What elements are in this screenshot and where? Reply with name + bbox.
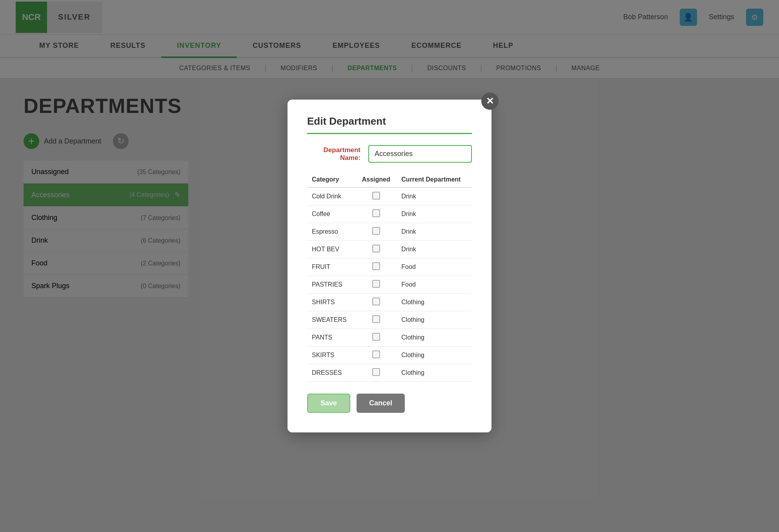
table-row: FRUIT Food	[307, 258, 472, 276]
cat-assigned-cell[interactable]	[355, 294, 397, 311]
cat-name: Coffee	[307, 205, 355, 223]
cat-dept: Clothing	[397, 347, 472, 364]
cat-dept: Drink	[397, 205, 472, 223]
cat-assigned-cell[interactable]	[355, 276, 397, 294]
cat-assigned-cell[interactable]	[355, 241, 397, 258]
col-category: Category	[307, 172, 355, 187]
col-assigned: Assigned	[355, 172, 397, 187]
cat-name: FRUIT	[307, 258, 355, 276]
table-row: HOT BEV Drink	[307, 241, 472, 258]
cat-dept: Food	[397, 258, 472, 276]
cat-dept: Clothing	[397, 329, 472, 347]
table-row: Cold Drink Drink	[307, 187, 472, 205]
cat-name: Cold Drink	[307, 187, 355, 205]
modal-overlay: ✕ Edit Department Department Name: Categ…	[0, 0, 779, 532]
cat-checkbox[interactable]	[372, 262, 380, 270]
cat-name: SWEATERS	[307, 311, 355, 329]
cat-name: SHIRTS	[307, 294, 355, 311]
cat-dept: Food	[397, 276, 472, 294]
table-row: Coffee Drink	[307, 205, 472, 223]
cat-name: Espresso	[307, 223, 355, 241]
cat-assigned-cell[interactable]	[355, 187, 397, 205]
table-row: PANTS Clothing	[307, 329, 472, 347]
col-current-dept: Current Department	[397, 172, 472, 187]
cancel-button[interactable]: Cancel	[357, 394, 405, 413]
modal-buttons: Save Cancel	[307, 394, 472, 413]
cat-name: PASTRIES	[307, 276, 355, 294]
cat-name: PANTS	[307, 329, 355, 347]
table-row: PASTRIES Food	[307, 276, 472, 294]
modal-title: Edit Department	[307, 115, 472, 134]
cat-name: SKIRTS	[307, 347, 355, 364]
cat-checkbox[interactable]	[372, 315, 380, 323]
cat-assigned-cell[interactable]	[355, 347, 397, 364]
cat-checkbox[interactable]	[372, 368, 380, 376]
cat-checkbox[interactable]	[372, 192, 380, 200]
department-name-input[interactable]	[368, 145, 472, 163]
cat-checkbox[interactable]	[372, 209, 380, 217]
cat-name: DRESSES	[307, 364, 355, 382]
table-row: DRESSES Clothing	[307, 364, 472, 382]
table-row: SKIRTS Clothing	[307, 347, 472, 364]
cat-assigned-cell[interactable]	[355, 364, 397, 382]
category-table: Category Assigned Current Department Col…	[307, 172, 472, 382]
cat-assigned-cell[interactable]	[355, 329, 397, 347]
table-row: SWEATERS Clothing	[307, 311, 472, 329]
cat-checkbox[interactable]	[372, 280, 380, 288]
cat-dept: Clothing	[397, 294, 472, 311]
cat-dept: Drink	[397, 187, 472, 205]
cat-assigned-cell[interactable]	[355, 311, 397, 329]
save-button[interactable]: Save	[307, 394, 350, 413]
cat-dept: Clothing	[397, 364, 472, 382]
cat-dept: Drink	[397, 223, 472, 241]
department-name-field-row: Department Name:	[307, 145, 472, 163]
cat-checkbox[interactable]	[372, 245, 380, 252]
cat-assigned-cell[interactable]	[355, 223, 397, 241]
department-name-label: Department Name:	[307, 146, 360, 162]
cat-checkbox[interactable]	[372, 227, 380, 235]
edit-department-modal: ✕ Edit Department Department Name: Categ…	[288, 100, 491, 432]
modal-close-button[interactable]: ✕	[481, 93, 499, 110]
cat-checkbox[interactable]	[372, 350, 380, 358]
cat-checkbox[interactable]	[372, 298, 380, 305]
cat-assigned-cell[interactable]	[355, 258, 397, 276]
cat-checkbox[interactable]	[372, 333, 380, 341]
table-row: SHIRTS Clothing	[307, 294, 472, 311]
cat-dept: Drink	[397, 241, 472, 258]
cat-dept: Clothing	[397, 311, 472, 329]
table-row: Espresso Drink	[307, 223, 472, 241]
cat-assigned-cell[interactable]	[355, 205, 397, 223]
cat-name: HOT BEV	[307, 241, 355, 258]
